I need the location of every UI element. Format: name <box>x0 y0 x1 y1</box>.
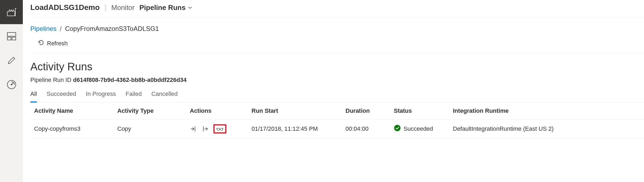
input-icon[interactable] <box>190 125 197 132</box>
tab-succeeded[interactable]: Succeeded <box>46 90 76 100</box>
nav-factory-icon[interactable] <box>0 0 23 24</box>
cell-activity-name: Copy-copyfroms3 <box>30 119 114 139</box>
run-id-line: Pipeline Run ID d614f808-7b9d-4362-bb8b-… <box>30 77 644 83</box>
dropdown-label: Pipeline Runs <box>139 3 185 12</box>
tab-failed[interactable]: Failed <box>126 90 142 100</box>
nav-author-icon[interactable] <box>0 48 23 72</box>
page-title: Activity Runs <box>30 61 644 73</box>
col-activity-type[interactable]: Activity Type <box>114 103 186 119</box>
activity-runs-table: Activity Name Activity Type Actions Run … <box>30 103 644 139</box>
refresh-label: Refresh <box>47 40 68 47</box>
page-header: LoadADLSG1Demo | Monitor Pipeline Runs <box>30 3 644 17</box>
svg-rect-0 <box>7 32 16 36</box>
col-duration[interactable]: Duration <box>342 103 390 119</box>
breadcrumb-separator: / <box>60 25 62 32</box>
tab-all[interactable]: All <box>30 90 37 103</box>
header-section: Monitor <box>111 3 135 12</box>
resource-name: LoadADLSG1Demo <box>30 3 100 12</box>
breadcrumb-root-link[interactable]: Pipelines <box>30 25 56 32</box>
col-status[interactable]: Status <box>390 103 449 119</box>
tab-in-progress[interactable]: In Progress <box>86 90 116 100</box>
output-icon[interactable] <box>202 125 209 132</box>
cell-actions <box>186 119 248 139</box>
cell-activity-type: Copy <box>114 119 186 139</box>
status-text: Succeeded <box>403 125 433 132</box>
main-content: LoadADLSG1Demo | Monitor Pipeline Runs P… <box>23 0 644 182</box>
success-check-icon <box>394 125 401 133</box>
breadcrumb-current: CopyFromAmazonS3ToADLSG1 <box>65 25 159 32</box>
svg-point-7 <box>220 128 223 130</box>
chevron-down-icon <box>188 3 192 12</box>
divider <box>30 53 644 54</box>
nav-monitor-icon[interactable] <box>0 72 23 97</box>
cell-duration: 00:04:00 <box>342 119 390 139</box>
refresh-button[interactable]: Refresh <box>38 39 68 48</box>
svg-rect-2 <box>12 37 16 40</box>
table-row: Copy-copyfroms3 Copy <box>30 119 644 139</box>
pipeline-runs-dropdown[interactable]: Pipeline Runs <box>139 3 192 12</box>
col-run-start[interactable]: Run Start <box>248 103 342 119</box>
breadcrumb: Pipelines / CopyFromAmazonS3ToADLSG1 <box>30 17 644 35</box>
col-actions: Actions <box>186 103 248 119</box>
nav-dashboard-icon[interactable] <box>0 24 23 48</box>
svg-point-8 <box>394 125 401 131</box>
table-header-row: Activity Name Activity Type Actions Run … <box>30 103 644 119</box>
run-id-label: Pipeline Run ID <box>30 77 71 83</box>
cell-status: Succeeded <box>390 119 449 139</box>
left-sidebar <box>0 0 23 182</box>
col-integration-runtime[interactable]: Integration Runtime <box>449 103 644 119</box>
header-divider: | <box>104 3 106 12</box>
cell-run-start: 01/17/2018, 11:12:45 PM <box>248 119 342 139</box>
tab-cancelled[interactable]: Cancelled <box>151 90 178 100</box>
run-id-value: d614f808-7b9d-4362-bb8b-a0bddf226d34 <box>73 77 187 83</box>
svg-rect-1 <box>7 37 11 40</box>
col-activity-name[interactable]: Activity Name <box>30 103 114 119</box>
svg-point-6 <box>217 128 220 130</box>
status-filter-tabs: All Succeeded In Progress Failed Cancell… <box>30 90 644 103</box>
svg-line-5 <box>12 83 13 85</box>
cell-integration-runtime: DefaultIntegrationRuntime (East US 2) <box>449 119 644 139</box>
details-glasses-icon[interactable] <box>213 124 226 133</box>
refresh-icon <box>38 39 44 48</box>
